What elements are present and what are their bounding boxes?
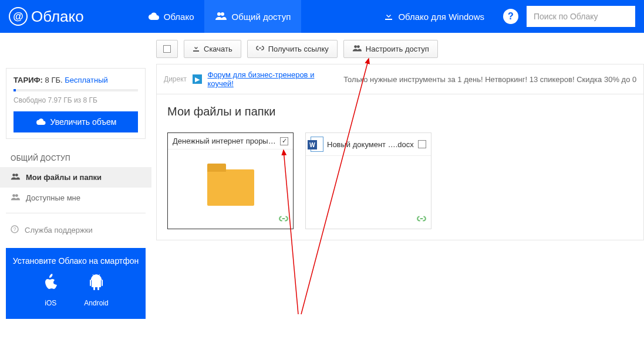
people-icon: [215, 12, 227, 22]
at-sign-icon: @: [9, 7, 28, 26]
file-name: Новый документ ….docx: [327, 140, 414, 149]
file-card-document[interactable]: Новый документ ….docx: [305, 132, 431, 229]
help-button[interactable]: ?: [503, 9, 518, 24]
cloud-icon: [35, 117, 46, 127]
sidebar-item-my-files[interactable]: Мои файлы и папки: [0, 167, 151, 188]
nav-shared[interactable]: Общий доступ: [204, 0, 301, 33]
get-link-label: Получить ссылку: [268, 45, 329, 53]
sidebar-item-support[interactable]: ? Служба поддержки: [0, 218, 151, 242]
promo-title: Установите Облако на смартфон: [12, 256, 140, 266]
android-label: Android: [84, 299, 108, 307]
tariff-line: ТАРИФ: 8 ГБ. Бесплатный: [14, 76, 138, 84]
svg-point-2: [12, 174, 15, 176]
toolbar: Скачать Получить ссылку Настроить доступ: [156, 39, 644, 64]
content-title: Мои файлы и папки: [167, 105, 633, 118]
tariff-plan[interactable]: Бесплатный: [65, 76, 108, 84]
nav-windows-label: Облако для Windows: [398, 12, 484, 22]
files-grid: Денежный интернет проры.... Новый докуме…: [167, 132, 633, 229]
file-card-folder[interactable]: Денежный интернет проры....: [167, 132, 294, 229]
select-all-checkbox[interactable]: [156, 40, 178, 58]
search-input[interactable]: [527, 6, 635, 27]
promo-android[interactable]: Android: [84, 274, 108, 307]
people-icon: [11, 173, 20, 182]
logo[interactable]: @ Облако: [9, 7, 84, 26]
cloud-icon: [147, 12, 159, 22]
get-link-button[interactable]: Получить ссылку: [247, 40, 338, 58]
tariff-label: ТАРИФ:: [14, 76, 43, 84]
svg-rect-12: [97, 287, 99, 290]
nav-cloud[interactable]: Облако: [137, 0, 205, 33]
app-header: @ Облако Облако Общий доступ Облако для …: [0, 0, 644, 33]
ad-tail: Только нужные инструменты за 1 день! Нет…: [343, 75, 636, 84]
main-content: Скачать Получить ссылку Настроить доступ…: [151, 33, 644, 331]
tariff-card: ТАРИФ: 8 ГБ. Бесплатный Свободно 7.97 ГБ…: [6, 68, 146, 139]
people-icon: [11, 193, 20, 202]
upgrade-label: Увеличить объем: [50, 117, 117, 127]
tariff-size: 8 ГБ.: [45, 76, 63, 84]
ad-direct-label: Директ: [164, 75, 187, 83]
divider: [6, 213, 146, 213]
svg-point-4: [12, 194, 15, 197]
download-icon: [384, 11, 393, 22]
storage-free-text: Свободно 7.97 ГБ из 8 ГБ: [14, 96, 138, 104]
promo-ios[interactable]: iOS: [43, 274, 58, 307]
storage-progress: [14, 89, 138, 91]
download-button[interactable]: Скачать: [184, 40, 241, 58]
sidebar-section-shared: ОБЩИЙ ДОСТУП: [0, 146, 151, 167]
svg-point-5: [15, 194, 18, 197]
sidebar-item-label: Мои файлы и папки: [26, 173, 102, 182]
sidebar-item-shared-with-me[interactable]: Доступные мне: [0, 188, 151, 208]
file-checkbox[interactable]: [418, 140, 426, 148]
file-checkbox[interactable]: [280, 137, 288, 145]
svg-point-0: [217, 12, 221, 16]
android-icon: [89, 274, 104, 293]
configure-access-label: Настроить доступ: [366, 45, 429, 53]
svg-point-16: [357, 45, 360, 48]
nav-download-windows[interactable]: Облако для Windows: [373, 0, 495, 33]
svg-text:?: ?: [13, 226, 16, 232]
nav-cloud-label: Облако: [164, 12, 194, 22]
smartphone-promo: Установите Облако на смартфон iOS Androi…: [6, 248, 146, 319]
upgrade-button[interactable]: Увеличить объем: [14, 111, 138, 132]
apple-icon: [43, 274, 58, 293]
content-box: Мои файлы и папки Денежный интернет прор…: [156, 94, 644, 240]
download-icon: [193, 45, 200, 53]
svg-rect-8: [92, 280, 101, 287]
download-label: Скачать: [204, 45, 232, 53]
configure-access-button[interactable]: Настроить доступ: [343, 40, 438, 58]
ad-play-icon[interactable]: ▶: [193, 74, 201, 84]
sidebar: ТАРИФ: 8 ГБ. Бесплатный Свободно 7.97 ГБ…: [0, 33, 151, 331]
shared-link-icon: [417, 215, 426, 225]
people-icon: [352, 45, 362, 53]
right-nav: Облако для Windows ?: [373, 0, 635, 33]
folder-icon: [207, 169, 254, 206]
nav-shared-label: Общий доступ: [231, 12, 291, 22]
ios-label: iOS: [45, 299, 56, 307]
support-label: Служба поддержки: [25, 226, 93, 234]
ad-bar: Директ ▶ Форум для бизнес-тренеров и коу…: [156, 64, 644, 94]
word-icon: [311, 137, 323, 152]
shared-link-icon: [279, 215, 288, 225]
svg-point-1: [221, 12, 224, 16]
file-name: Денежный интернет проры....: [173, 137, 277, 145]
svg-point-3: [15, 174, 18, 176]
logo-text: Облако: [31, 8, 84, 26]
svg-point-15: [354, 45, 357, 48]
svg-rect-11: [93, 287, 95, 290]
question-icon: ?: [11, 225, 19, 235]
ad-link[interactable]: Форум для бизнес-тренеров и коучей!: [208, 70, 338, 88]
sidebar-item-label: Доступные мне: [26, 193, 80, 202]
link-icon: [256, 45, 264, 53]
